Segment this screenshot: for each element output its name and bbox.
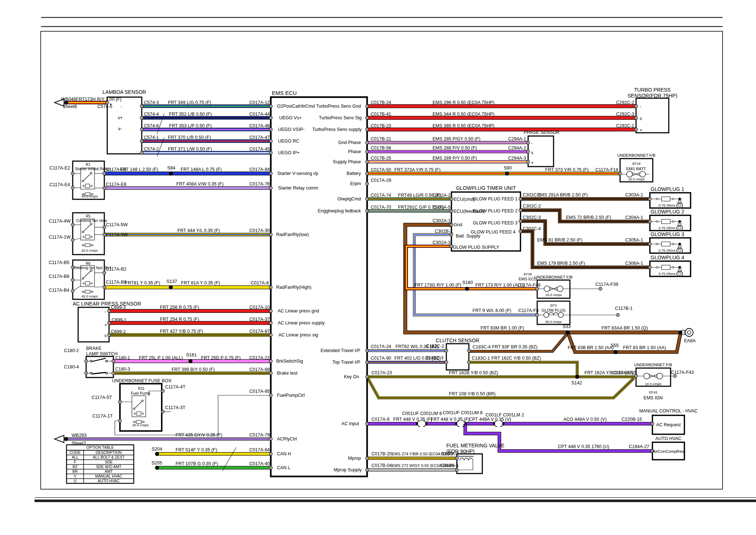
label-c017a-46: C017A-46 [249, 123, 270, 128]
inline-connector-dot [455, 423, 457, 425]
label-15-0-amps: 15.0 Amps [546, 293, 562, 297]
relay-contact [82, 180, 84, 182]
relay-coil-icon [85, 235, 90, 239]
label-ems-285-p-gy-0-50-f: EMS 285 P/GY 0.50 (F) [433, 136, 480, 141]
label-frt-373-y-r-0-75-f: FRT 373 Y/R 0.75 (F) [545, 167, 589, 172]
label-c017a-29: C017A-29 [371, 178, 391, 183]
connector-pin [616, 314, 619, 316]
label-ea8a: EA8A [684, 338, 696, 343]
label-c117a-1w: C117A-1W [49, 235, 71, 240]
relay-contact [142, 413, 144, 414]
label-20-0-amps: 20.0 Amps [132, 423, 149, 427]
connector-pin [112, 360, 115, 363]
label-c017b-04: C017B-04 [371, 463, 392, 468]
option-table-desc: ALL BOLT & ZEST [93, 455, 125, 459]
fuse-icon [640, 171, 646, 177]
connector-pin [269, 310, 272, 312]
label-c001lf-c001lm-2: C001LF C001LM 2 [486, 412, 524, 418]
connector-pin [118, 400, 121, 403]
wire-frt108-yb-stripe [368, 378, 634, 398]
label-s137: S137 [166, 279, 177, 284]
label-lambda-sensor: LAMBDA SENSOR [102, 89, 146, 95]
label-wb046frt173h-r-y-1-00-f: WB046FRT173H R/Y 1.00 (F) [61, 97, 121, 102]
label-c117a-e6: C117A-E6 [106, 182, 126, 187]
label-v: v+ [118, 115, 123, 120]
label-r5: R5 [86, 214, 91, 218]
label-c017a-47: C017A-47 [249, 135, 270, 140]
connector-pin [269, 438, 272, 440]
label-c117a-f52: C117A-F52 [613, 370, 636, 375]
label-c017a-22: C017A-22 [249, 355, 270, 360]
label-glow-plug: GLOW PLUG [542, 308, 566, 312]
label-c292c-3: C292C-3 [616, 112, 634, 117]
label-c001uf-c001um-6: C001UF C001UM 6 [402, 411, 442, 416]
glowplug-junction [679, 198, 681, 200]
relay-contact [82, 278, 84, 280]
label-c699-2: C699-2 [111, 329, 126, 334]
splice-dot [169, 286, 173, 290]
label-ac-linear-press-sensor: AC LINEAR PRESS SENSOR [73, 301, 141, 307]
label-battery: Battery [346, 171, 361, 176]
label-brake-test: Brake test [277, 371, 298, 376]
label-ef3: EF3 [550, 303, 556, 307]
label-c302c-2: C302C-2 [523, 204, 541, 209]
label-turbopress-sens-sig: TurboPress Sens Sig [319, 115, 362, 120]
fuse-icon [557, 286, 563, 292]
label-s161: S161 [186, 352, 197, 358]
label-c117a-3w: C117A-3W [106, 232, 128, 237]
label-: + [531, 160, 534, 165]
label-c017b-56: C017B-56 [371, 145, 391, 151]
connector-pin [103, 286, 106, 289]
label-frt-448-v-0-35-f: FRT 448 V 0.35 (F) [393, 417, 432, 422]
label-0-75-ohms: 0.75 Ohms [659, 272, 676, 276]
label-c117a-b6: C117A-B6 [106, 280, 126, 285]
label-ac-linear-press-supply: AC Linear press supply [278, 320, 325, 326]
label-c574-3: C574-3 [144, 100, 159, 105]
connector-pin [85, 372, 88, 375]
connector-pin [536, 314, 539, 316]
label-c017a-30: C017A-30 [249, 228, 270, 233]
connector-pin [269, 372, 272, 375]
label-ac-input: AC Input [341, 421, 359, 426]
label-ems-289-p-y-0-50-f: EMS 289 P/Y 0.50 (F) [433, 156, 477, 161]
label-top-travel-i-p: Top Travel I/P [333, 360, 360, 365]
label-c117a-3t: C117A-3T [165, 405, 185, 410]
glowplug-contact [672, 198, 674, 200]
connector-pin [103, 172, 106, 175]
connector-pin [71, 290, 74, 292]
label-c305a-1: C305A-1 [625, 237, 643, 243]
label-c117a-b5: C117A-B5 [49, 260, 69, 265]
label-ems-344-r-0-50-ec0a-75hp: EMS 344 R 0.50 (EC0A 75HP) [433, 112, 494, 117]
label-c017a-70: C017A-70 [371, 205, 391, 210]
switch-contact [106, 360, 108, 362]
fuse-icon [544, 312, 549, 318]
inline-connector-dot [425, 423, 427, 425]
ground-icon [687, 331, 691, 334]
glowplug-resistor-icon [662, 265, 670, 270]
label-c017a-68: C017A-68 [249, 367, 270, 372]
label-frt-256-r-0-75-f: FRT 256 R 0.75 (F) [160, 305, 199, 310]
switch-lever-icon [92, 358, 106, 362]
label-c017a-10: C017A-10 [249, 305, 270, 310]
valve-lead [457, 460, 473, 470]
label-brkswitchsig: BrkSwitchSig [276, 359, 303, 364]
label-c294a-3: C294A-3 [508, 156, 526, 161]
label-glwplgcmd: GlwplgCmd [337, 196, 361, 201]
splice-dot [189, 359, 193, 363]
label-c117a-5w: C117A-5W [106, 222, 128, 227]
label-coolong-fan-slow: Coolong fan slow [76, 218, 107, 223]
connector-pin [366, 209, 369, 212]
relay-contact [91, 236, 92, 237]
relay-contact [91, 223, 92, 225]
label-c180-3: C180-3 [115, 367, 130, 372]
option-table-desc: MANUAL HVAC [95, 474, 122, 478]
relay-switch-icon [83, 224, 91, 232]
label-manual-control-hvac: MANUAL CONTROL - HVAC [639, 408, 698, 414]
label-frt-173g-r-y-1-00-f: FRT 173G R/Y 1.00 (F) [414, 283, 461, 288]
label-frt-148a-l-0-75-f: FRT 148A L 0.75 (F) [181, 167, 222, 172]
option-table-code: ALL [72, 455, 79, 459]
glowplug-contact [656, 221, 658, 223]
label-frt-349-l-g-0-75-f: FRT 349 L/G 0.75 (F) [168, 100, 211, 105]
splice-dot [566, 331, 570, 335]
label-c574-2: C574-2 [144, 147, 159, 152]
